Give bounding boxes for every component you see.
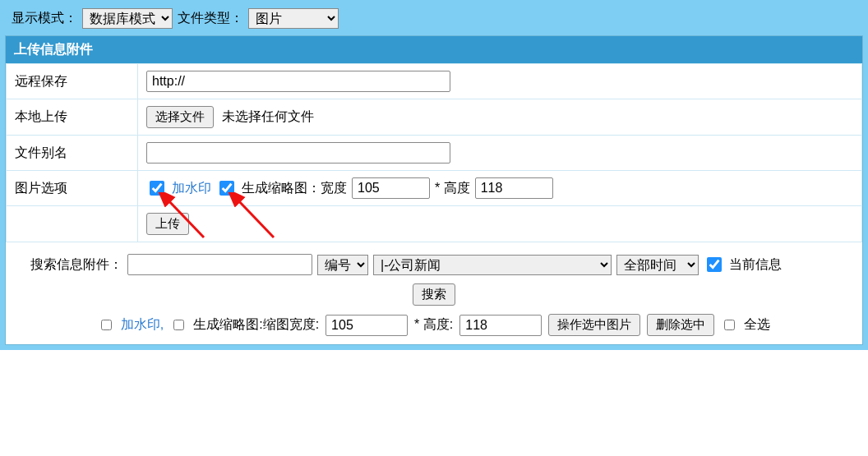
id-select[interactable]: 编号 [317,255,368,275]
select-all-checkbox[interactable] [724,320,735,330]
file-alias-label: 文件别名 [7,136,138,171]
height-label: * 高度 [435,180,470,197]
panel-title: 上传信息附件 [6,36,862,63]
remote-save-label: 远程保存 [7,64,138,99]
search-btn-row: 搜索 [30,283,838,306]
thumb-height-input[interactable] [475,177,553,199]
ops-height-label: * 高度: [414,316,453,334]
current-info-checkbox[interactable] [707,257,722,272]
search-label: 搜索信息附件： [30,256,122,274]
topbar: 显示模式： 数据库模式 文件类型： 图片 [5,5,863,35]
form-table: 远程保存 本地上传 选择文件 未选择任何文件 文件别名 图片选项 [6,63,862,242]
ops-watermark-label: 加水印, [121,316,164,334]
ops-row: 加水印, 生成缩略图:缩图宽度: * 高度: 操作选中图片 删除选中 全选 [30,314,838,336]
time-select[interactable]: 全部时间 [616,255,699,275]
search-row: 搜索信息附件： 编号 |-公司新闻 全部时间 当前信息 [30,254,838,275]
under-panel: 搜索信息附件： 编号 |-公司新闻 全部时间 当前信息 搜索 加水印, [6,242,862,344]
delete-selected-button[interactable]: 删除选中 [647,314,714,336]
empty-cell [7,206,138,242]
image-options-label: 图片选项 [7,171,138,206]
ops-thumb-label: 生成缩略图:缩图宽度: [193,316,319,334]
ops-height-input[interactable] [459,315,542,336]
search-input[interactable] [127,254,312,275]
file-type-label: 文件类型： [178,10,243,27]
thumbnail-label: 生成缩略图：宽度 [242,180,347,197]
upload-panel: 上传信息附件 远程保存 本地上传 选择文件 未选择任何文件 文件别名 [5,35,863,345]
current-info-label: 当前信息 [729,256,782,274]
thumb-width-input[interactable] [352,177,430,199]
category-select[interactable]: |-公司新闻 [373,255,612,275]
select-all-label: 全选 [744,316,770,334]
search-button[interactable]: 搜索 [413,283,455,306]
remote-save-input[interactable] [146,71,450,92]
image-options-row: 加水印 生成缩略图：宽度 * 高度 [146,177,853,199]
thumbnail-checkbox[interactable] [219,181,234,196]
operate-selected-button[interactable]: 操作选中图片 [548,314,640,336]
ops-thumb-checkbox[interactable] [173,320,184,330]
file-alias-input[interactable] [146,142,450,164]
ops-width-input[interactable] [326,315,408,336]
ops-watermark-checkbox[interactable] [101,320,112,330]
file-type-select[interactable]: 图片 [248,8,339,29]
upload-button[interactable]: 上传 [146,213,189,235]
choose-file-button[interactable]: 选择文件 [146,106,214,128]
outer-panel: 显示模式： 数据库模式 文件类型： 图片 上传信息附件 远程保存 本地上传 选择… [0,0,868,350]
display-mode-select[interactable]: 数据库模式 [82,8,173,29]
display-mode-label: 显示模式： [12,10,77,27]
no-file-text: 未选择任何文件 [222,109,314,123]
watermark-checkbox[interactable] [150,181,164,196]
watermark-label: 加水印 [172,180,211,197]
local-upload-label: 本地上传 [7,99,138,136]
